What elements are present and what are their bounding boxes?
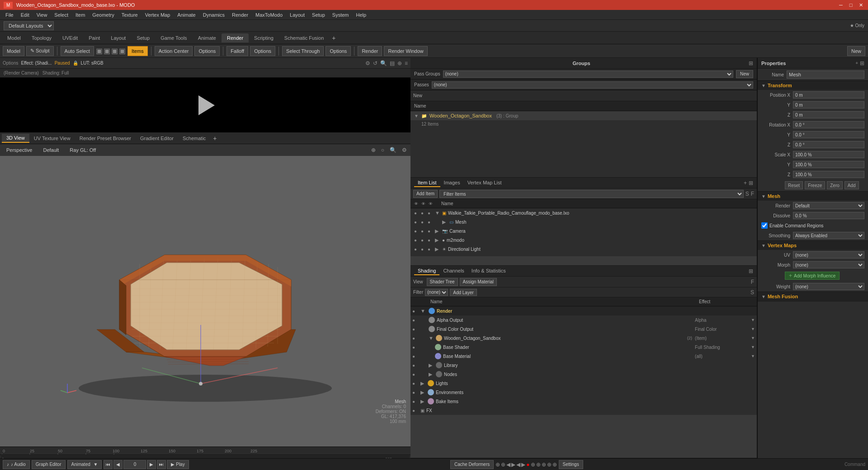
sculpt-btn[interactable]: ✎ Sculpt	[26, 46, 54, 56]
pos-x-input[interactable]	[793, 91, 864, 99]
bot-icon-9[interactable]: ⊕	[542, 461, 546, 468]
viewport-circle-icon[interactable]: ○	[381, 147, 384, 153]
group-item[interactable]: ▼ 📁 Wooden_Octagon_Sandbox (3) : Group	[410, 111, 757, 120]
tab-game-tools[interactable]: Game Tools	[155, 33, 193, 42]
item-row-camera[interactable]: ● ● ● ▶ 📷 Camera	[410, 226, 757, 235]
shader-eye-bake[interactable]: ●	[412, 399, 419, 404]
filter-f-icon[interactable]: F	[751, 191, 754, 197]
only-toggle[interactable]: ★ Only	[850, 23, 864, 28]
play-button[interactable]	[196, 95, 215, 115]
bot-icon-3[interactable]: ◀	[506, 461, 510, 468]
shader-row-base-shader[interactable]: ● Base Shader Full Shading ▼	[410, 343, 757, 352]
menu-edit[interactable]: Edit	[17, 11, 33, 19]
eye-icon-12[interactable]: ●	[426, 238, 432, 243]
menu-maxtomodo[interactable]: MaxToModo	[252, 11, 286, 19]
shader-eye-fx[interactable]: ●	[412, 408, 419, 413]
menu-system[interactable]: System	[329, 11, 353, 19]
shader-row-library[interactable]: ● ▶ Library	[410, 361, 757, 370]
back-frame-btn[interactable]: ◀	[113, 460, 123, 469]
eye-icon-1[interactable]: ●	[412, 211, 419, 216]
menu-setup[interactable]: Setup	[308, 11, 329, 19]
preview-lock-icon[interactable]: 🔒	[73, 61, 78, 66]
passes-select[interactable]: (none)	[432, 81, 753, 89]
frame-input[interactable]	[123, 460, 146, 469]
menu-file[interactable]: File	[2, 11, 17, 19]
shader-row-render[interactable]: ● ▼ Render	[410, 306, 757, 315]
add-view-tab-button[interactable]: +	[210, 134, 219, 143]
shader-row-finalcolor[interactable]: ● Final Color Output Final Color ▼	[410, 324, 757, 334]
sandbox-dropdown[interactable]: ▼	[751, 336, 755, 340]
tab-vertex-map-list[interactable]: Vertex Map List	[464, 179, 505, 187]
menu-view[interactable]: View	[33, 11, 51, 19]
shader-expand-nodes[interactable]: ▶	[429, 371, 434, 377]
viewport-default[interactable]: Default	[40, 146, 61, 154]
bot-icon-8[interactable]: ⊕	[536, 461, 541, 468]
falloff-btn[interactable]: Falloff	[226, 46, 248, 56]
shader-expand-icon[interactable]: ⊞	[749, 268, 753, 274]
eye-icon-8[interactable]: ●	[419, 229, 425, 234]
baseshader-dropdown[interactable]: ▼	[751, 345, 755, 349]
view-tab-gradient[interactable]: Gradient Editor	[136, 134, 178, 142]
shader-expand-render[interactable]: ▼	[420, 308, 427, 314]
shader-content[interactable]: ● ▼ Render ● Alpha Output Alpha ▼	[410, 306, 757, 415]
rot-z-input[interactable]	[793, 141, 864, 148]
props-expand-icon[interactable]: ⊞	[860, 60, 864, 66]
options-btn-2[interactable]: Options	[250, 46, 275, 56]
viewport-ray-gl[interactable]: Ray GL: Off	[67, 146, 99, 154]
add-transform-btn[interactable]: Add	[844, 181, 859, 189]
expand-icon-4[interactable]: ▶	[435, 237, 440, 243]
render-window-btn[interactable]: Render Window	[384, 46, 427, 56]
bot-icon-4[interactable]: ▶	[511, 461, 515, 468]
preview-paused[interactable]: Paused	[55, 61, 70, 66]
add-layer-btn[interactable]: Add Layer	[450, 289, 477, 296]
pos-y-input[interactable]	[793, 101, 864, 108]
props-add-btn[interactable]: +	[854, 60, 860, 66]
shader-f-icon[interactable]: F	[751, 279, 754, 285]
morph-dropdown[interactable]: (none)	[793, 261, 864, 268]
render-camera-label[interactable]: (Render Camera)	[4, 70, 39, 75]
shader-expand-library[interactable]: ▶	[429, 362, 434, 368]
expand-icon-2[interactable]: ▶	[442, 219, 448, 225]
preview-effect[interactable]: Effect: (Shadi...	[21, 61, 52, 66]
menu-vertex-map[interactable]: Vertex Map	[142, 11, 174, 19]
menu-help[interactable]: Help	[352, 11, 370, 19]
item-list-icons[interactable]: ⊞	[749, 180, 753, 186]
shader-row-base-mat[interactable]: ● Base Material (all) ▼	[410, 352, 757, 361]
eye-icon-13[interactable]: ●	[412, 247, 419, 252]
expand-icon-6[interactable]: ▼	[435, 255, 440, 256]
expand-icon-3[interactable]: ▶	[435, 228, 440, 234]
shader-eye-baseshader[interactable]: ●	[412, 345, 419, 350]
name-input[interactable]	[787, 70, 864, 79]
bot-icon-5[interactable]: ◀	[516, 461, 520, 468]
eye-icon-3[interactable]: ●	[426, 211, 432, 216]
shader-eye-alpha[interactable]: ●	[412, 318, 419, 323]
rot-x-input[interactable]	[793, 121, 864, 128]
shader-eye-final[interactable]: ●	[412, 327, 419, 332]
scale-y-input[interactable]	[793, 161, 864, 168]
shader-row-bake[interactable]: ● ▶ Bake Items	[410, 397, 757, 406]
action-center-btn[interactable]: Action Center	[155, 46, 193, 56]
tab-setup[interactable]: Setup	[131, 33, 155, 42]
reset-btn[interactable]: Reset	[785, 181, 803, 189]
eye-icon-15[interactable]: ●	[426, 247, 432, 252]
bot-icon-7[interactable]: ⊕	[531, 461, 535, 468]
enable-cmd-label[interactable]: Enable Command Regions	[769, 223, 824, 228]
tab-paint[interactable]: Paint	[83, 33, 105, 42]
auto-select-btn[interactable]: Auto Select	[61, 46, 94, 56]
icon-1[interactable]: ▣	[96, 47, 103, 55]
shader-tree-btn[interactable]: Shader Tree	[427, 278, 458, 286]
default-layouts-dropdown[interactable]: Default Layouts	[4, 21, 54, 30]
eye-icon-2[interactable]: ●	[419, 211, 425, 216]
mesh-section-header[interactable]: ▼ Mesh	[758, 192, 868, 201]
shader-row-sandbox[interactable]: ● ▼ Wooden_Octagon_Sandbox (2) (Item) ▼	[410, 334, 757, 343]
options-btn-1[interactable]: Options	[194, 46, 220, 56]
eye-icon-11[interactable]: ●	[419, 238, 425, 243]
viewport-orbit-icon[interactable]: ⊕	[371, 147, 376, 153]
menu-dynamics[interactable]: Dynamics	[199, 11, 228, 19]
item-row-payment[interactable]: ● ● ● ▼ ▣ A920_Payment_Tablet_Terminal_m…	[410, 254, 757, 256]
shader-row-alpha[interactable]: ● Alpha Output Alpha ▼	[410, 315, 757, 324]
tab-layout[interactable]: Layout	[105, 33, 131, 42]
shader-row-fx[interactable]: ● ▣ FX	[410, 406, 757, 415]
settings-btn[interactable]: Settings	[559, 460, 583, 469]
options-btn-3[interactable]: Options	[326, 46, 351, 56]
